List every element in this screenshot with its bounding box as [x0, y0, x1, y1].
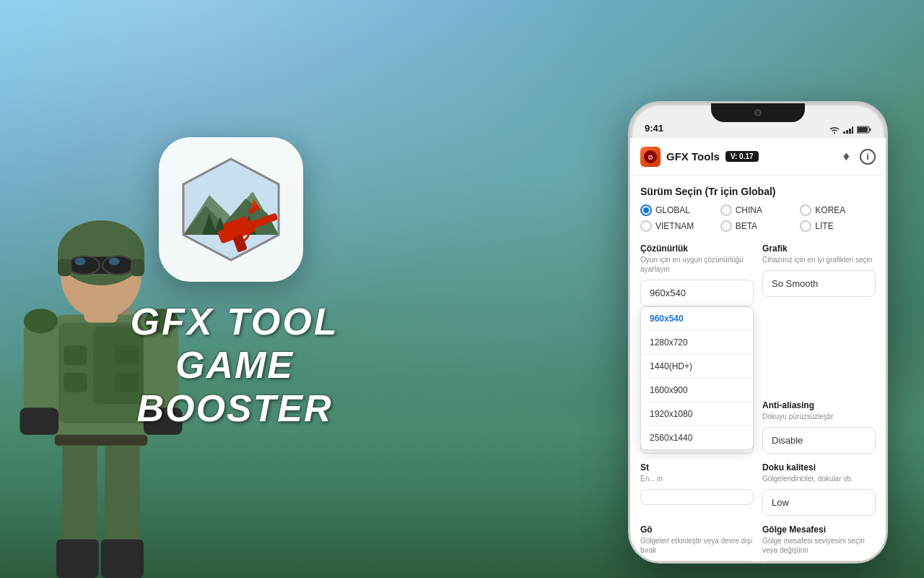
- version-section-title: Sürüm Seçin (Tr için Global): [640, 186, 876, 197]
- svg-rect-8: [64, 373, 87, 392]
- version-radio-group: GLOBAL CHINA KOREA VIETNAM: [640, 204, 876, 232]
- texture-button[interactable]: Low: [762, 489, 876, 516]
- graphics-button[interactable]: So Smooth: [762, 270, 876, 297]
- radio-label-china: CHINA: [736, 205, 762, 215]
- texture-sublabel: Gölgelendiriciler, dokular vb.: [762, 474, 876, 483]
- version-section: Sürüm Seçin (Tr için Global) GLOBAL CHIN…: [640, 186, 876, 232]
- res-option-5[interactable]: 1920x1080: [641, 402, 753, 426]
- info-icon[interactable]: i: [860, 149, 876, 165]
- header-left: ⚙ GFX Tools V: 0.17: [640, 147, 759, 167]
- res-option-4[interactable]: 1600x900: [641, 379, 753, 402]
- app-icon-small: ⚙: [640, 147, 661, 167]
- style-section: St En... in: [640, 462, 754, 516]
- resolution-sublabel: Oyun için en uygun çözünürlüğü ayarlayın: [640, 255, 754, 274]
- svg-rect-49: [858, 127, 868, 132]
- svg-rect-6: [64, 346, 87, 366]
- style-button[interactable]: [640, 489, 754, 505]
- phone-frame: 9:41: [628, 101, 888, 564]
- resolution-section: Çözünürlük Oyun için en uygun çözünürlüğ…: [640, 243, 754, 306]
- graphics-section: Grafik Cihazınız için en iyi grafikleri …: [762, 243, 876, 306]
- app-logo-area: [159, 137, 303, 282]
- resolution-dropdown[interactable]: 960x540 1280x720 1440(HD+) 1600x900 1920…: [640, 306, 754, 450]
- header-icons: ♦ i: [843, 149, 876, 165]
- svg-point-43: [834, 132, 835, 134]
- shadow-distance-sublabel: Gölge mesafesi seviyesini seçin veya değ…: [762, 536, 876, 555]
- shadow-distance-section: Gölge Mesafesi Gölge mesafesi seviyesini…: [762, 525, 876, 561]
- radio-label-global: GLOBAL: [655, 205, 690, 215]
- svg-rect-32: [183, 159, 279, 260]
- svg-rect-44: [843, 131, 845, 134]
- version-badge: V: 0.17: [725, 151, 759, 162]
- app-title-line1: GFX TOOL: [97, 300, 372, 343]
- radio-label-lite: LİTE: [815, 221, 833, 231]
- svg-text:⚙: ⚙: [648, 154, 653, 161]
- app-content: Sürüm Seçin (Tr için Global) GLOBAL CHIN…: [630, 176, 886, 561]
- res-option-6[interactable]: 2560x1440: [641, 426, 753, 449]
- svg-rect-27: [55, 435, 148, 446]
- shadows-label: Gö: [640, 525, 754, 535]
- radio-circle-global: [640, 204, 652, 216]
- shadows-sublabel: Gölgeleri etkinleştir veya devre dışı bı…: [640, 536, 754, 555]
- antialiasing-button[interactable]: Disable: [762, 427, 876, 454]
- app-logo: [159, 137, 303, 282]
- shadows-section: Gö Gölgeleri etkinleştir veya devre dışı…: [640, 525, 754, 561]
- graphics-label: Grafik: [762, 243, 876, 254]
- resolution-label: Çözünürlük: [640, 243, 754, 254]
- svg-rect-24: [131, 259, 144, 277]
- shadows-button[interactable]: Select or skip: [640, 561, 754, 561]
- style-sublabel: En... in: [640, 474, 754, 483]
- shadows-distance-row: Gö Gölgeleri etkinleştir veya devre dışı…: [640, 525, 876, 561]
- res-option-2[interactable]: 1280x720: [641, 331, 753, 355]
- svg-rect-47: [852, 126, 853, 134]
- status-time: 9:41: [645, 123, 663, 135]
- graphics-sublabel: Cihazınız için en iyi grafikleri seçin: [762, 255, 876, 264]
- radio-korea[interactable]: KOREA: [800, 204, 876, 216]
- svg-point-25: [24, 309, 58, 333]
- app-title: GFX TOOL GAME BOOSTER: [97, 300, 372, 430]
- radio-circle-lite: [800, 220, 811, 232]
- svg-rect-2: [56, 539, 99, 578]
- style-label: St: [640, 462, 754, 473]
- svg-point-22: [109, 257, 120, 265]
- radio-beta[interactable]: BETA: [720, 220, 796, 232]
- texture-section: Doku kalitesi Gölgelendiriciler, dokular…: [762, 462, 876, 516]
- svg-rect-10: [24, 322, 58, 415]
- app-title-line2: GAME BOOSTER: [97, 343, 372, 430]
- resolution-button[interactable]: 960x540: [640, 280, 754, 306]
- wifi-icon: [829, 126, 840, 134]
- status-icons: [829, 126, 871, 135]
- svg-rect-12: [20, 407, 59, 435]
- shadow-distance-label: Gölge Mesafesi: [762, 525, 876, 535]
- res-option-1[interactable]: 960x540: [641, 307, 753, 331]
- shadow-distance-button[interactable]: Low: [762, 561, 876, 561]
- svg-rect-3: [101, 539, 144, 578]
- radio-china[interactable]: CHINA: [720, 204, 796, 216]
- header-app-name: GFX Tools: [666, 150, 720, 163]
- radio-label-vietnam: VIETNAM: [655, 221, 694, 231]
- antialiasing-sublabel: Dokuyu pürüzsüzleştir: [762, 412, 876, 421]
- radio-label-korea: KOREA: [815, 205, 845, 215]
- phone-mockup: 9:41: [628, 101, 888, 564]
- svg-rect-23: [58, 259, 71, 277]
- radio-circle-vietnam: [640, 220, 652, 232]
- radio-label-beta: BETA: [736, 221, 757, 231]
- gem-icon[interactable]: ♦: [843, 149, 850, 164]
- svg-rect-50: [870, 129, 871, 131]
- resolution-graphics-row: Çözünürlük Oyun için en uygun çözünürlüğ…: [640, 243, 876, 306]
- app-header: ⚙ GFX Tools V: 0.17 ♦ i: [630, 138, 886, 176]
- radio-lite[interactable]: LİTE: [800, 220, 876, 232]
- radio-vietnam[interactable]: VIETNAM: [640, 220, 716, 232]
- antialiasing-section: Anti-aliasing Dokuyu pürüzsüzleştir Disa…: [762, 400, 876, 454]
- signal-icon: [843, 126, 853, 134]
- svg-rect-46: [849, 129, 851, 134]
- radio-circle-korea: [800, 204, 811, 216]
- radio-circle-china: [720, 204, 732, 216]
- res-option-3[interactable]: 1440(HD+): [641, 355, 753, 379]
- battery-icon: [857, 126, 871, 134]
- radio-circle-beta: [720, 220, 732, 232]
- antialiasing-label: Anti-aliasing: [762, 400, 876, 410]
- radio-global[interactable]: GLOBAL: [640, 204, 716, 216]
- svg-rect-45: [846, 130, 848, 134]
- phone-notch: [711, 103, 805, 122]
- texture-label: Doku kalitesi: [762, 462, 876, 473]
